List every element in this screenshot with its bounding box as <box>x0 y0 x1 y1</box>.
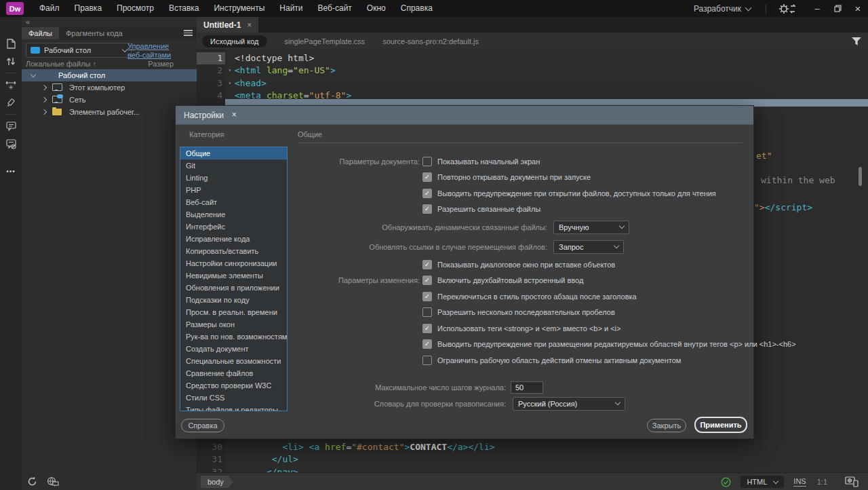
column-size[interactable]: Размер <box>148 60 174 68</box>
refresh-icon[interactable] <box>27 476 37 487</box>
dropdown[interactable]: Запрос <box>553 240 624 254</box>
code-token: <li> <box>282 441 303 453</box>
manage-sites-link[interactable]: Управление веб-сайтами <box>127 42 171 60</box>
code-token: <a <box>309 441 325 453</box>
section-title: Общие <box>298 130 322 138</box>
apply-button[interactable]: Применить <box>694 417 747 433</box>
chevron-right-icon[interactable] <box>41 97 47 102</box>
file-activity-icon[interactable] <box>47 476 59 487</box>
related-file[interactable]: singlePageTemplate.css <box>285 37 366 45</box>
open-documents-icon[interactable] <box>0 35 22 52</box>
line-number: 32 <box>197 466 225 472</box>
code-line[interactable]: 3▾<head> <box>197 77 351 90</box>
check-icon: ✓ <box>425 174 430 181</box>
column-local-files[interactable]: Локальные файлы ↑ <box>26 60 96 68</box>
code-line[interactable]: 1 <!doctype html> <box>197 52 351 64</box>
real-time-preview-icon[interactable] <box>845 476 859 487</box>
pref-row: ✓Использовать теги <strong> и <em> вмест… <box>176 320 753 337</box>
workspace-sync-icon[interactable] <box>778 3 796 14</box>
panel-tab[interactable]: Файлы <box>22 27 59 39</box>
checkbox-label: Ограничить рабочую область действий отме… <box>437 356 681 364</box>
document-tab[interactable]: Untitled-1 × <box>197 17 258 33</box>
format-source-icon[interactable] <box>0 94 22 111</box>
checkbox[interactable]: ✓ <box>422 339 432 349</box>
menu-item[interactable]: Веб-сайт <box>311 0 359 17</box>
toolbar-more-icon[interactable]: ••• <box>0 168 22 175</box>
checkbox[interactable]: ✓ <box>422 172 432 182</box>
minimize-button[interactable]: – <box>807 0 827 17</box>
dialog-titlebar[interactable]: Настройки × <box>176 106 753 125</box>
chevron-down-icon <box>614 243 619 248</box>
menu-item[interactable]: Просмотр <box>109 0 161 17</box>
checkbox[interactable]: ✓ <box>422 204 432 214</box>
code-line[interactable]: 31 </ul> <box>197 453 495 466</box>
menu-item[interactable]: Найти <box>272 0 310 17</box>
code-token: lang <box>267 64 288 77</box>
insert-mode-indicator[interactable]: INS <box>793 477 806 487</box>
menu-item[interactable]: Правка <box>67 0 110 17</box>
dialog-close-icon[interactable]: × <box>232 110 237 120</box>
line-number: 4 <box>197 90 225 102</box>
panel-menu-icon[interactable] <box>184 29 193 37</box>
chevron-right-icon[interactable] <box>41 85 47 90</box>
dropdown[interactable]: Вручную <box>553 221 629 234</box>
fold-icon[interactable]: ▾ <box>225 64 235 77</box>
checkbox[interactable]: ✓ <box>422 292 432 301</box>
doc-type-dropdown[interactable]: HTML <box>741 476 784 488</box>
chevron-down-icon[interactable] <box>31 71 36 77</box>
close-tab-icon[interactable]: × <box>247 20 252 30</box>
tag-selector-body[interactable]: body <box>201 476 233 488</box>
code-token: <html <box>235 64 267 77</box>
menu-item[interactable]: Вставка <box>161 0 207 17</box>
checkbox[interactable]: ✓ <box>422 260 432 269</box>
checkbox[interactable] <box>422 307 432 317</box>
checkbox-label: Выводить предупреждение при размещении р… <box>437 340 796 348</box>
code-line[interactable]: 32 </nav> <box>197 466 495 472</box>
file-management-icon[interactable] <box>0 52 22 70</box>
menu-item[interactable]: Справка <box>393 0 440 17</box>
close-button[interactable]: × <box>848 0 868 17</box>
tree-item[interactable]: Элементы рабочег... <box>22 106 197 118</box>
checkbox[interactable]: ✓ <box>422 324 432 333</box>
related-file[interactable]: source-sans-pro:n2:default.js <box>382 37 479 45</box>
fold-spacer <box>225 441 235 453</box>
dreamweaver-logo[interactable]: Dw <box>6 2 24 15</box>
check-icon: ✓ <box>425 206 430 212</box>
menu-item[interactable]: Файл <box>32 0 67 17</box>
tree-item[interactable]: Сеть <box>22 94 197 106</box>
related-file[interactable]: Исходный код <box>202 35 267 48</box>
code-token: = <box>346 441 351 453</box>
collapse-panel-icon[interactable]: « <box>26 18 30 26</box>
chevron-right-icon[interactable] <box>41 109 47 115</box>
workspace-switcher[interactable]: Разработчик <box>694 4 751 14</box>
desktop-icon <box>31 47 40 54</box>
no-errors-icon[interactable] <box>721 477 731 487</box>
checkbox[interactable]: ✓ <box>422 276 432 285</box>
journal-steps-input[interactable]: 50 <box>511 381 543 394</box>
code-line[interactable]: 2▾<html lang="en-US"> <box>197 64 351 77</box>
checkbox[interactable] <box>422 157 432 166</box>
help-button[interactable]: Справка <box>181 419 224 432</box>
restore-button[interactable] <box>827 0 848 17</box>
close-dialog-button[interactable]: Закрыть <box>647 419 686 432</box>
tree-item[interactable]: Рабочий стол <box>22 69 197 81</box>
menu-item[interactable]: Окно <box>359 0 393 17</box>
fold-icon[interactable]: ▾ <box>225 77 235 90</box>
code-fragment: "></script> <box>754 202 812 212</box>
menu-item[interactable]: Инструменты <box>206 0 272 17</box>
spelling-dictionary-dropdown[interactable]: Русский (Россия) <box>513 397 625 411</box>
word-wrap-icon[interactable]: ✳ <box>0 76 22 94</box>
tree-item[interactable]: Этот компьютер <box>22 81 197 94</box>
editor-scrollbar[interactable] <box>859 167 862 186</box>
apply-comment-icon[interactable] <box>0 117 22 135</box>
site-select[interactable]: Рабочий стол <box>26 43 132 58</box>
code-token <box>235 441 282 453</box>
remove-comment-icon[interactable] <box>0 135 22 153</box>
filter-icon[interactable] <box>852 37 861 45</box>
checkbox[interactable] <box>422 356 432 365</box>
panel-tab[interactable]: Фрагменты кода <box>59 27 130 39</box>
checkbox[interactable]: ✓ <box>422 189 432 198</box>
workspace-label: Разработчик <box>694 4 741 14</box>
document-tab-title: Untitled-1 <box>203 20 241 30</box>
code-line[interactable]: 30 <li> <a href="#contact">CONTACT</a></… <box>197 441 495 453</box>
